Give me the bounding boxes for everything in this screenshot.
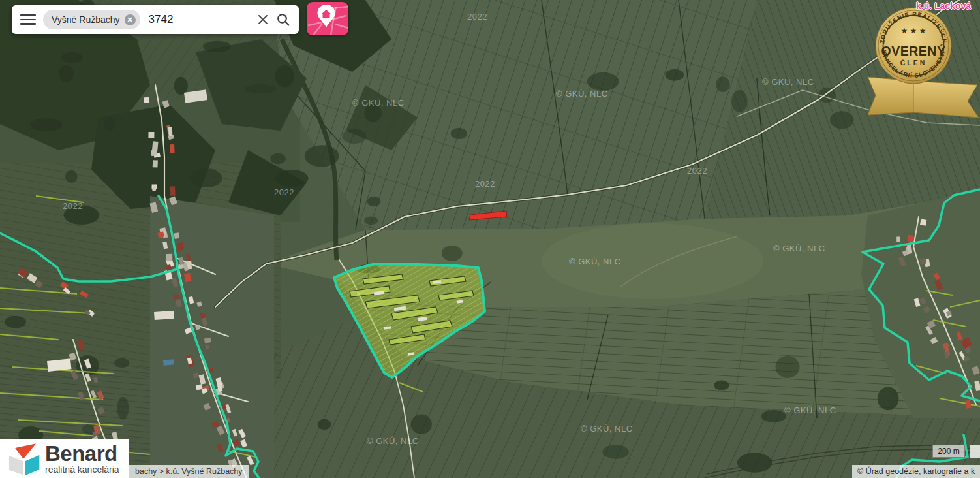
map-canvas[interactable] <box>0 0 980 478</box>
chip-remove-icon[interactable]: ✕ <box>125 14 136 25</box>
menu-icon[interactable] <box>20 14 36 25</box>
clear-search-icon[interactable] <box>257 14 269 25</box>
village-ground-left <box>150 196 274 478</box>
map-app: © GKÚ, NLC © GKÚ, NLC © GKÚ, NLC © GKÚ, … <box>0 0 980 478</box>
search-chip[interactable]: Vyšné Ružbachy ✕ <box>43 10 140 29</box>
breadcrumb: bachy > k.ú. Vyšné Ružbachy <box>129 465 249 478</box>
agency-name: Benard <box>45 443 119 464</box>
map-mode-button[interactable] <box>307 2 348 35</box>
search-bar: Vyšné Ružbachy ✕ <box>12 5 299 34</box>
map-attribution: © Úrad geodézie, kartografie a k <box>852 465 980 478</box>
scale-control: 200 m <box>932 445 965 458</box>
search-input[interactable] <box>147 12 250 27</box>
agency-logo-icon <box>5 440 40 477</box>
search-chip-label: Vyšné Ružbachy <box>52 14 120 25</box>
agency-tagline: realitná kancelária <box>45 465 119 474</box>
partial-control[interactable] <box>970 445 980 458</box>
search-icon[interactable] <box>276 12 290 27</box>
agency-logo: Benard realitná kancelária <box>0 439 129 478</box>
